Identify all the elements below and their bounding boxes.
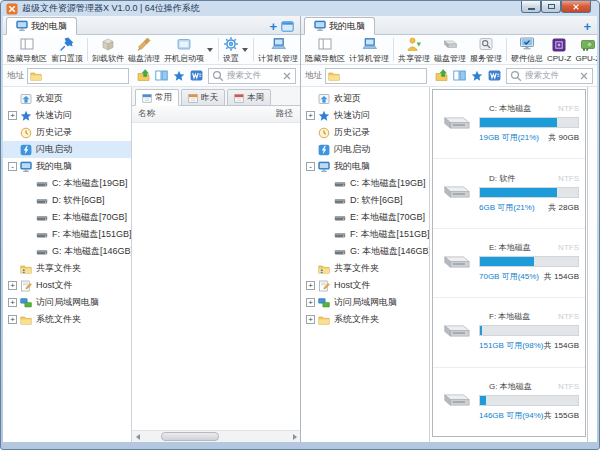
tree-item[interactable]: +快速访问 <box>3 107 131 124</box>
tree-item[interactable]: G: 本地磁盘[146GB] <box>3 243 131 260</box>
disk-entry[interactable]: D: 软件NTFS6GB 可用(21%)共 28GB <box>433 159 585 228</box>
scroll-left-arrow[interactable] <box>132 431 143 442</box>
tree-item[interactable]: F: 本地磁盘[151GB] <box>301 226 429 243</box>
tree-item[interactable]: E: 本地磁盘[70GB] <box>3 209 131 226</box>
up-folder-button[interactable] <box>435 69 448 82</box>
toolbar-separator <box>253 38 254 61</box>
tree-item[interactable]: -我的电脑 <box>301 158 429 175</box>
tree-item[interactable]: +Host文件 <box>301 277 429 294</box>
tree-item[interactable]: 闪电启动 <box>301 141 429 158</box>
tree-item[interactable]: 历史记录 <box>301 124 429 141</box>
tree-expander-icon[interactable]: + <box>306 315 315 324</box>
shared-folder-icon <box>20 263 32 275</box>
toolbar-button-uninstall[interactable]: 卸载软件 <box>90 36 126 64</box>
up-folder-button[interactable] <box>137 69 150 82</box>
w-tool-button[interactable] <box>190 69 203 82</box>
tree-item[interactable]: 欢迎页 <box>3 90 131 107</box>
toolbar-button-hardware[interactable]: 硬件信息 <box>509 36 545 64</box>
toolbar-button-disk-mgmt[interactable]: 磁盘管理 <box>432 36 468 64</box>
tree-item[interactable]: +访问局域网电脑 <box>301 294 429 311</box>
tree-item[interactable]: C: 本地磁盘[19GB] <box>301 175 429 192</box>
toolbar-button-computer-mgmt[interactable]: 计算机管理 <box>347 36 391 64</box>
tab-my-computer[interactable]: 我的电脑 <box>304 17 375 35</box>
add-tab-button[interactable]: + <box>583 22 591 32</box>
tree-expander-icon[interactable]: + <box>8 111 17 120</box>
pin-icon <box>59 36 75 52</box>
close-button[interactable] <box>561 1 591 13</box>
tree-item[interactable]: +访问局域网电脑 <box>3 294 131 311</box>
column-path[interactable]: 路径 <box>276 108 293 120</box>
tree-expander-icon[interactable]: + <box>8 281 17 290</box>
scroll-right-arrow[interactable] <box>289 431 300 442</box>
tree-item[interactable]: +系统文件夹 <box>3 311 131 328</box>
tree-expander-icon[interactable]: + <box>8 315 17 324</box>
toolbar-button-gpu-z[interactable]: GPU-Z <box>573 37 597 63</box>
tree-item[interactable]: 历史记录 <box>3 124 131 141</box>
favorite-star-button[interactable] <box>173 70 185 82</box>
tree-item[interactable]: F: 本地磁盘[151GB] <box>3 226 131 243</box>
tree-item[interactable]: 共享文件夹 <box>301 260 429 277</box>
address-input[interactable] <box>325 68 427 84</box>
toolbar-button-service[interactable]: 服务管理 <box>468 36 504 64</box>
collapsed-side-strip[interactable] <box>587 87 597 442</box>
dropdown-arrow-icon[interactable] <box>207 48 213 52</box>
search-input[interactable]: 搜索文件 <box>208 68 296 84</box>
favorite-star-button[interactable] <box>471 70 483 82</box>
split-panel-button[interactable] <box>453 69 466 82</box>
toolbar-button-hide-nav[interactable]: 隐藏导航区 <box>303 36 347 64</box>
title-bar[interactable]: 超级文件资源管理器X V1.0.0 | 64位操作系统 <box>1 1 599 16</box>
scroll-track[interactable] <box>143 432 289 441</box>
computer-icon <box>314 20 326 32</box>
scroll-thumb[interactable] <box>161 432 219 441</box>
add-tab-button[interactable]: + <box>269 22 277 32</box>
left-pane: 我的电脑 + 隐藏导航区窗口置顶卸载软件磁盘清理开机启动项设置计算机管理 地址 <box>3 16 300 442</box>
tree-item[interactable]: G: 本地磁盘[146GB] <box>301 243 429 260</box>
recent-tab[interactable]: 昨天 <box>181 89 225 106</box>
tree-item[interactable]: -我的电脑 <box>3 158 131 175</box>
tree-expander-icon[interactable]: + <box>306 281 315 290</box>
toolbar-button-pin[interactable]: 窗口置顶 <box>49 36 85 64</box>
w-tool-button[interactable] <box>488 69 501 82</box>
disk-entry[interactable]: C: 本地磁盘NTFS19GB 可用(21%)共 90GB <box>433 90 585 159</box>
tree-item[interactable]: D: 软件[6GB] <box>3 192 131 209</box>
clear-search-icon[interactable] <box>282 71 292 81</box>
disk-entry[interactable]: E: 本地磁盘NTFS70GB 可用(45%)共 154GB <box>433 229 585 298</box>
tree-item[interactable]: 欢迎页 <box>301 90 429 107</box>
tree-expander-icon[interactable]: - <box>306 162 315 171</box>
tree-expander-icon[interactable]: + <box>8 298 17 307</box>
tree-item[interactable]: +Host文件 <box>3 277 131 294</box>
new-window-button[interactable] <box>281 21 294 32</box>
dropdown-arrow-icon[interactable] <box>242 48 248 52</box>
toolbar-button-startup[interactable]: 开机启动项 <box>162 36 216 64</box>
split-panel-button[interactable] <box>155 69 168 82</box>
toolbar-button-computer-mgmt[interactable]: 计算机管理 <box>256 36 300 64</box>
toolbar-button-settings[interactable]: 设置 <box>221 36 251 64</box>
toolbar-button-hide-nav[interactable]: 隐藏导航区 <box>5 36 49 64</box>
address-input[interactable] <box>27 68 129 84</box>
recent-tab[interactable]: 本周 <box>227 89 271 106</box>
disk-entry[interactable]: G: 本地磁盘NTFS146GB 可用(94%)共 155GB <box>433 368 585 436</box>
recent-tab[interactable]: 常用 <box>135 89 179 106</box>
tree-item[interactable]: E: 本地磁盘[70GB] <box>301 209 429 226</box>
tree-expander-icon[interactable]: + <box>306 111 315 120</box>
toolbar-button-disk-clean[interactable]: 磁盘清理 <box>126 36 162 64</box>
tree-expander-icon[interactable]: + <box>306 298 315 307</box>
toolbar-button-cpu-z[interactable]: CPU-Z <box>545 37 573 63</box>
tree-item[interactable]: D: 软件[6GB] <box>301 192 429 209</box>
tree-item[interactable]: 闪电启动 <box>3 141 131 158</box>
horizontal-scrollbar[interactable] <box>132 430 300 442</box>
tree-item[interactable]: +快速访问 <box>301 107 429 124</box>
clear-search-icon[interactable] <box>579 71 589 81</box>
tree-item[interactable]: 共享文件夹 <box>3 260 131 277</box>
search-input[interactable]: 搜索文件 <box>506 68 593 84</box>
tree-item[interactable]: C: 本地磁盘[19GB] <box>3 175 131 192</box>
tab-my-computer[interactable]: 我的电脑 <box>6 17 77 35</box>
maximize-button[interactable] <box>541 1 561 13</box>
tree-item[interactable]: +系统文件夹 <box>301 311 429 328</box>
disk-entry[interactable]: F: 本地磁盘NTFS151GB 可用(98%)共 154GB <box>433 298 585 367</box>
minimize-button[interactable] <box>521 1 541 13</box>
tree-expander-icon[interactable]: - <box>8 162 17 171</box>
search-icon <box>212 70 224 82</box>
column-name[interactable]: 名称 <box>138 108 155 120</box>
toolbar-button-share[interactable]: 共享管理 <box>396 36 432 64</box>
